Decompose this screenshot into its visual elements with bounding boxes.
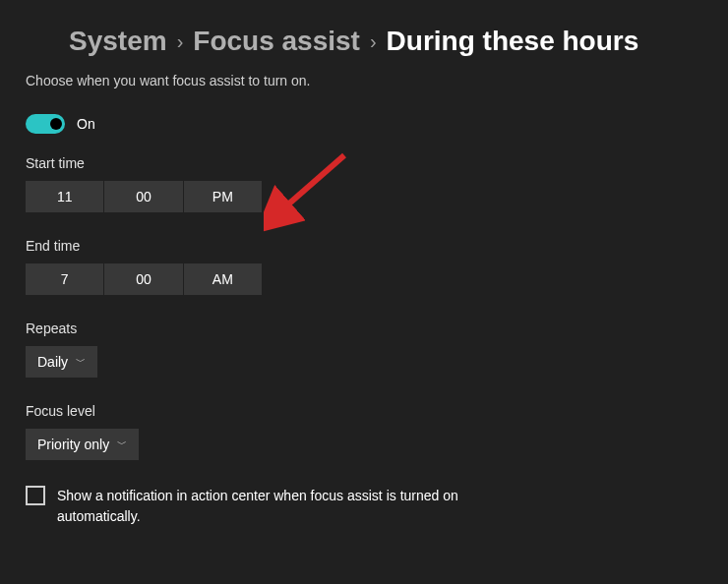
focus-level-value: Priority only: [37, 437, 109, 452]
start-time-picker: 11 00 PM: [26, 181, 262, 212]
page-description: Choose when you want focus assist to tur…: [26, 73, 702, 88]
end-time-period[interactable]: AM: [184, 263, 262, 295]
repeats-value: Daily: [37, 354, 68, 370]
chevron-right-icon: ›: [177, 30, 184, 53]
end-time-minute[interactable]: 00: [104, 263, 183, 295]
repeats-label: Repeats: [26, 321, 702, 336]
toggle-knob: [50, 118, 62, 130]
chevron-down-icon: ﹀: [117, 438, 127, 451]
end-time-hour[interactable]: 7: [26, 263, 104, 295]
start-time-hour[interactable]: 11: [26, 181, 104, 212]
focus-level-dropdown[interactable]: Priority only ﹀: [26, 429, 139, 460]
repeats-dropdown[interactable]: Daily ﹀: [26, 346, 97, 378]
focus-assist-toggle[interactable]: [26, 114, 65, 134]
start-time-period[interactable]: PM: [184, 181, 262, 212]
breadcrumb-current: During these hours: [387, 26, 639, 57]
start-time-minute[interactable]: 00: [104, 181, 183, 212]
toggle-state-label: On: [77, 116, 95, 132]
end-time-picker: 7 00 AM: [26, 263, 262, 295]
focus-level-label: Focus level: [26, 403, 702, 419]
notification-checkbox[interactable]: [26, 486, 45, 505]
breadcrumb-system[interactable]: System: [69, 26, 167, 57]
breadcrumb: System › Focus assist › During these hou…: [69, 26, 702, 57]
notification-checkbox-label: Show a notification in action center whe…: [57, 486, 529, 527]
start-time-label: Start time: [26, 155, 702, 171]
chevron-right-icon: ›: [370, 30, 377, 53]
breadcrumb-focus-assist[interactable]: Focus assist: [193, 26, 360, 57]
chevron-down-icon: ﹀: [76, 355, 86, 369]
end-time-label: End time: [26, 238, 702, 254]
